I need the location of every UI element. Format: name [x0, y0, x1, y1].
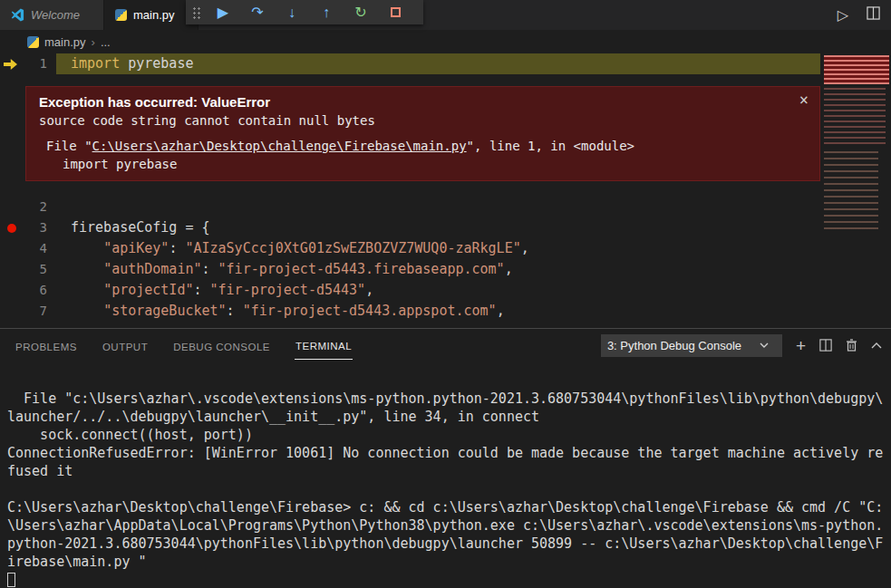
terminal-line — [7, 480, 891, 498]
debug-step-out-icon[interactable]: ↑ — [309, 0, 344, 24]
code-text: "projectId": "fir-project-d5443", — [56, 280, 373, 301]
chevron-down-icon — [760, 342, 769, 348]
line-number[interactable]: 1 — [0, 53, 56, 74]
panel-header: PROBLEMSOUTPUTDEBUG CONSOLETERMINAL 3: P… — [0, 329, 891, 361]
debug-step-into-icon[interactable]: ↓ — [275, 0, 309, 24]
line-number[interactable]: 5 — [0, 259, 56, 280]
terminal-cursor — [7, 573, 15, 587]
minimap-code-region — [824, 151, 878, 231]
panel-actions: 3: Python Debug Console + — [601, 334, 882, 357]
debug-restart-icon[interactable]: ↻ — [344, 0, 378, 24]
close-icon[interactable]: × — [799, 92, 809, 108]
frame-prefix: File " — [46, 139, 92, 153]
terminal-output[interactable]: File "c:\Users\azhar\.vscode\extensions\… — [0, 362, 891, 588]
breakpoint-icon[interactable] — [7, 224, 16, 233]
exception-title: Exception has occurred: ValueError — [39, 94, 807, 110]
debug-step-over-icon[interactable]: ↷ — [240, 0, 275, 24]
tab-main[interactable]: main.py — [104, 0, 199, 30]
code-line[interactable]: 2 — [0, 197, 820, 217]
vscode-window: Welcome main.py ▷ ▶ ↷ ↓ ↑ ↻ — [0, 0, 891, 588]
code-text: "authDomain": "fir-project-d5443.firebas… — [56, 259, 513, 280]
exception-frame-code: import pyrebase — [39, 157, 807, 171]
terminal-line: sock.connect((host, port)) — [7, 426, 891, 444]
terminal-selector-label: 3: Python Debug Console — [607, 339, 760, 352]
code-line[interactable]: 1import pyrebase — [0, 53, 820, 74]
toolbar-drag-handle-icon[interactable] — [191, 5, 202, 20]
breadcrumb-separator-icon: › — [92, 35, 95, 49]
current-line-arrow-icon — [4, 59, 17, 70]
panel-tabs: PROBLEMSOUTPUTDEBUG CONSOLETERMINAL — [15, 331, 376, 360]
code-line[interactable]: 3firebaseCofig = { — [0, 217, 820, 238]
terminal-line: launcher/../..\debugpy\launcher\__init__… — [7, 408, 891, 426]
new-terminal-icon[interactable]: + — [796, 337, 806, 354]
tab-main-label: main.py — [133, 8, 175, 22]
frame-suffix: ", line 1, in <module> — [467, 139, 634, 153]
minimap-exception-region — [824, 55, 889, 84]
frame-path-link[interactable]: C:\Users\azhar\Desktop\challenge\Firebas… — [92, 139, 467, 153]
debug-continue-icon[interactable]: ▶ — [206, 0, 240, 24]
terminal-line: python-2021.3.680753044\pythonFiles\lib\… — [7, 535, 891, 553]
exception-widget: Exception has occurred: ValueErrorsource… — [25, 86, 820, 181]
python-file-icon — [27, 36, 39, 48]
breadcrumb: main.py › ... — [0, 30, 891, 53]
exception-stack-frame: File "C:\Users\azhar\Desktop\challenge\F… — [39, 139, 807, 153]
panel-tab-problems[interactable]: PROBLEMS — [15, 332, 78, 360]
line-number[interactable]: 7 — [0, 301, 56, 322]
terminal-line: \Users\azhar\AppData\Local\Programs\Pyth… — [7, 516, 891, 535]
python-file-icon — [115, 9, 127, 21]
line-number[interactable]: 2 — [0, 197, 56, 217]
terminal-line: fused it — [7, 462, 891, 480]
code-text — [56, 197, 71, 217]
code-text: "storageBucket": "fir-project-d5443.apps… — [56, 301, 505, 322]
terminal-selector-dropdown[interactable]: 3: Python Debug Console — [601, 334, 782, 357]
bottom-panel: PROBLEMSOUTPUTDEBUG CONSOLETERMINAL 3: P… — [0, 328, 891, 588]
code-text: import pyrebase — [56, 53, 193, 74]
editor-actions: ▷ — [838, 0, 880, 30]
tab-welcome-label: Welcome — [31, 8, 80, 22]
code-line[interactable]: 4 "apiKey": "AIzaSyCccj0XtG01zSwEZBOZVZ7… — [0, 238, 820, 259]
terminal-line: C:\Users\azhar\Desktop\challenge\Firebas… — [7, 498, 891, 516]
tab-bar: Welcome main.py ▷ ▶ ↷ ↓ ↑ ↻ — [0, 0, 891, 30]
minimap[interactable] — [820, 53, 891, 328]
line-number[interactable]: 4 — [0, 238, 56, 259]
editor[interactable]: 1import pyrebaseException has occurred: … — [0, 53, 891, 328]
breadcrumb-file[interactable]: main.py — [44, 35, 86, 49]
terminal-line: ConnectionRefusedError: [WinError 10061]… — [7, 444, 891, 462]
line-number[interactable]: 6 — [0, 280, 56, 301]
panel-tab-output[interactable]: OUTPUT — [102, 332, 149, 360]
terminal-cursor-line — [7, 571, 891, 588]
terminal-line: irebase\main.py " — [7, 553, 891, 571]
vscode-logo-icon — [11, 8, 24, 22]
minimap-code-region — [824, 88, 886, 148]
kill-terminal-trash-icon[interactable] — [846, 339, 857, 352]
code-area[interactable]: 1import pyrebaseException has occurred: … — [0, 53, 820, 328]
split-editor-icon[interactable] — [867, 6, 880, 24]
code-text: "apiKey": "AIzaSyCccj0XtG01zSwEZBOZVZ7WU… — [56, 238, 529, 259]
code-text: firebaseCofig = { — [56, 217, 210, 238]
maximize-panel-chevron-up-icon[interactable] — [871, 342, 882, 349]
run-file-icon[interactable]: ▷ — [838, 6, 848, 24]
exception-message: source code string cannot contain null b… — [39, 113, 807, 128]
debug-toolbar: ▶ ↷ ↓ ↑ ↻ — [186, 0, 423, 24]
terminal-line: File "c:\Users\azhar\.vscode\extensions\… — [7, 390, 891, 408]
panel-tab-terminal[interactable]: TERMINAL — [295, 331, 353, 360]
tab-welcome[interactable]: Welcome — [0, 0, 104, 30]
code-line[interactable]: 7 "storageBucket": "fir-project-d5443.ap… — [0, 301, 820, 322]
code-line[interactable]: 6 "projectId": "fir-project-d5443", — [0, 280, 820, 301]
code-line[interactable]: 5 "authDomain": "fir-project-d5443.fireb… — [0, 259, 820, 280]
split-terminal-icon[interactable] — [819, 339, 832, 352]
panel-tab-debug-console[interactable]: DEBUG CONSOLE — [172, 332, 271, 360]
breadcrumb-more[interactable]: ... — [101, 35, 111, 49]
debug-stop-icon[interactable] — [378, 0, 412, 24]
line-number[interactable]: 3 — [0, 217, 56, 238]
